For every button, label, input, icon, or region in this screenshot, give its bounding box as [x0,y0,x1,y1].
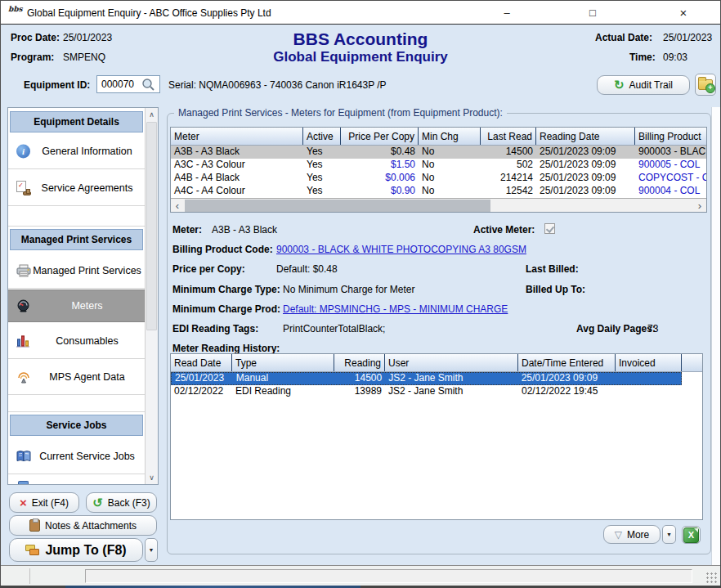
resize-grip[interactable] [705,572,717,583]
antenna-icon [16,370,31,384]
scrollbar-thumb[interactable] [146,122,157,330]
meters-table-header: Meter Active Price Per Copy Min Chg Last… [171,128,706,146]
edi-reading-tags-label: EDI Reading Tags: [172,323,258,334]
more-dropdown-button[interactable]: ▼ [662,525,676,544]
sidebar-item-consumables[interactable]: Consumables [8,323,145,359]
meters-table-row[interactable]: A3C - A3 Colour Yes $1.50 No 502 25/01/2… [171,159,706,172]
column-header-reading[interactable]: Reading [334,354,385,371]
horizontal-scrollbar[interactable]: ‹ › [171,198,706,212]
meter-gauge-icon [16,299,30,312]
printer-icon [16,264,31,277]
right-scroll-gutter[interactable] [711,107,720,565]
meters-table-row[interactable]: A4B - A4 Black Yes $0.006 No 214214 25/0… [171,172,706,185]
info-icon: i [16,144,30,158]
sidebar-scrollbar[interactable]: ∧ ∨ [145,108,158,484]
sidebar-partial-item [8,475,145,484]
exit-button[interactable]: × Exit (F4) [9,492,79,513]
sidebar-item-mps-agent-data[interactable]: MPS Agent Data [8,360,145,395]
sidebar-spacer [8,396,145,412]
sidebar-item-current-service-jobs[interactable]: Current Service Jobs [8,438,145,474]
edi-reading-tags-value: PrintCounterTotalBlack; [283,323,385,334]
meters-table: Meter Active Price Per Copy Min Chg Last… [170,127,707,213]
meters-table-row[interactable]: A4C - A4 Colour Yes $0.90 No 12542 25/01… [171,185,706,198]
back-button[interactable]: ↺ Back (F3) [86,492,157,513]
book-icon [16,450,31,462]
more-button[interactable]: ▽ More [603,525,661,544]
open-folder-button[interactable] [695,74,716,96]
excel-icon: X [683,527,699,543]
column-header-meter[interactable]: Meter [171,128,303,145]
app-icon: bbs [8,6,22,20]
column-header-reading-date[interactable]: Reading Date [536,128,635,145]
time-label: Time: [629,52,656,63]
scroll-right-icon[interactable]: › [693,200,706,212]
scrollbar-thumb[interactable] [185,200,490,212]
jump-to-button[interactable]: Jump To (F8) [9,538,143,562]
sidebar-header-service-jobs: Service Jobs [10,415,143,436]
sidebar-item-managed-print-services[interactable]: Managed Print Services [8,253,145,289]
export-excel-button[interactable]: X [682,526,701,544]
billing-product-code-label: Billing Product Code: [172,244,273,255]
column-header-billing-product[interactable]: Billing Product [635,128,706,145]
meter-value: A3B - A3 Black [212,224,277,236]
history-table: Read Date Type Reading User Date/Time En… [170,353,703,520]
back-arrow-icon: ↺ [92,497,103,508]
search-icon[interactable] [141,78,156,91]
minimum-charge-prod-link[interactable]: Default: MPSMINCHG - MPS - MINIMUM CHARG… [283,303,508,315]
scroll-left-icon[interactable]: ‹ [171,200,184,212]
serial-text: Serial: NQMA006963 - 740036 Canon iR1643… [168,79,387,91]
close-button[interactable]: × [665,1,702,25]
maximize-button[interactable]: □ [574,1,611,25]
meter-label: Meter: [172,224,202,236]
column-header-min-chg[interactable]: Min Chg [419,128,481,145]
equipment-id-label: Equipment ID: [24,79,90,91]
avg-daily-pages-label: Avg Daily Pages: [576,323,656,334]
minimum-charge-type-label: Minimum Charge Type: [172,284,280,295]
audit-trail-button[interactable]: ↻ Audit Trail [597,75,690,95]
minimum-charge-prod-label: Minimum Charge Prod: [172,303,280,315]
minimize-button[interactable]: – [488,1,526,25]
dropdown-arrow-icon: ▼ [149,547,154,553]
close-icon: × [680,6,687,20]
history-table-header: Read Date Type Reading User Date/Time En… [171,354,702,372]
billed-up-to-label: Billed Up To: [526,284,585,295]
column-header-last-read[interactable]: Last Read [481,128,536,145]
sidebar-header-managed-print-services: Managed Print Services [10,229,143,250]
sidebar-item-general-information[interactable]: i General Information [8,133,145,169]
application: bbs Global Equipment Enquiry - ABC Offic… [0,0,721,588]
title-bar: bbs Global Equipment Enquiry - ABC Offic… [1,1,720,25]
agreement-stamp-icon: ✓ [16,181,31,195]
audit-trail-label: Audit Trail [629,79,673,91]
column-header-user[interactable]: User [385,354,518,371]
sidebar-spacer [8,207,145,227]
column-header-price-per-copy[interactable]: Price Per Copy [341,128,419,145]
history-table-row[interactable]: 02/12/2022 EDI Reading 13989 JS2 - Jane … [171,385,702,398]
column-header-type[interactable]: Type [232,354,334,371]
bar-chart-icon [16,334,29,347]
actual-date-value: 25/01/2023 [663,32,712,43]
jump-to-dropdown-button[interactable]: ▼ [145,538,158,562]
notes-attachments-button[interactable]: Notes & Attachments [9,515,157,536]
time-value: 09:03 [663,52,687,63]
sidebar-item-meters[interactable]: Meters [8,290,145,322]
sidebar-header-equipment-details: Equipment Details [10,111,143,132]
app-window: bbs Global Equipment Enquiry - ABC Offic… [0,0,721,586]
scroll-down-icon[interactable]: ∨ [146,471,158,484]
minimum-charge-type-value: No Minimum Charge for Meter [283,284,414,295]
active-meter-checkbox[interactable] [544,223,555,234]
avg-daily-pages-value: 73 [647,323,658,334]
column-header-read-date[interactable]: Read Date [171,354,232,371]
column-header-datetime-entered[interactable]: Date/Time Entered [518,354,616,371]
sidebar-item-service-agreements[interactable]: ✓ Service Agreements [8,170,145,206]
last-billed-label: Last Billed: [526,263,579,275]
column-header-active[interactable]: Active [303,128,341,145]
history-table-row-selected[interactable]: 25/01/2023 Manual 14500 JS2 - Jane Smith… [171,372,682,385]
meters-table-row-selected[interactable]: A3B - A3 Black Yes $0.48 No 14500 25/01/… [171,146,706,159]
actual-date-label: Actual Date: [595,32,652,43]
group-title: Managed Print Services - Meters for Equi… [174,107,507,119]
billing-product-code-link[interactable]: 900003 - BLACK & WHITE PHOTOCOPYING A3 8… [276,244,526,255]
active-meter-label: Active Meter: [473,224,535,236]
price-per-copy-label: Price per Copy: [172,263,245,275]
column-header-invoiced[interactable]: Invoiced [616,354,682,371]
scroll-up-icon[interactable]: ∧ [146,108,158,121]
